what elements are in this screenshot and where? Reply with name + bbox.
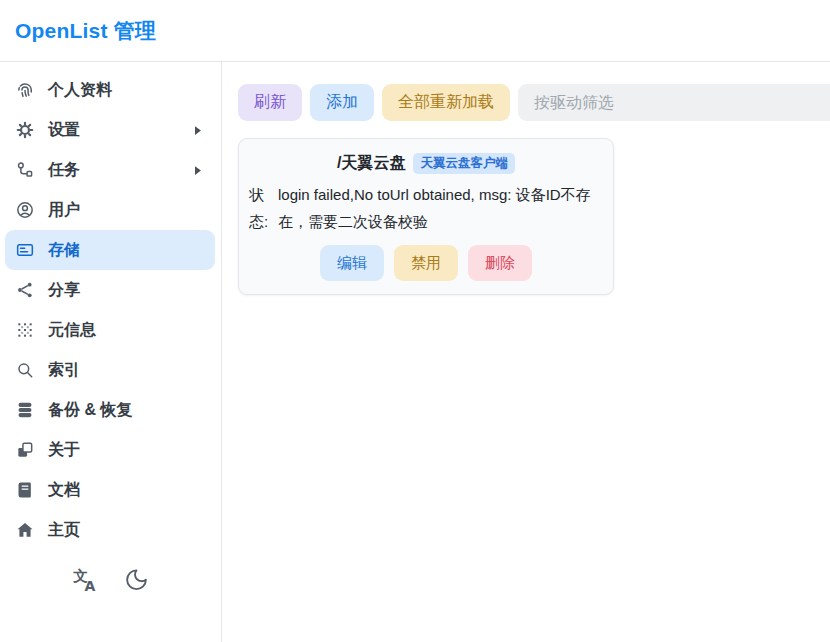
- sidebar-item-label: 备份 & 恢复: [48, 400, 132, 421]
- sidebar-item-label: 主页: [48, 520, 80, 541]
- sidebar-item-profile[interactable]: 个人资料: [5, 70, 215, 110]
- sidebar-item-index[interactable]: 索引: [5, 350, 215, 390]
- docs-book-icon: [15, 480, 35, 500]
- sidebar-item-label: 任务: [48, 160, 80, 181]
- home-icon: [15, 520, 35, 540]
- refresh-button[interactable]: 刷新: [238, 84, 302, 121]
- sidebar-footer: 文 A: [5, 565, 215, 593]
- sidebar-item-label: 分享: [48, 280, 80, 301]
- reload-all-button[interactable]: 全部重新加载: [382, 84, 510, 121]
- translate-icon[interactable]: 文 A: [70, 565, 98, 593]
- sidebar-item-label: 索引: [48, 360, 80, 381]
- status-label: 状态:: [249, 181, 271, 235]
- sidebar-item-home[interactable]: 主页: [5, 510, 215, 550]
- storage-card-header: /天翼云盘 天翼云盘客户端: [248, 153, 604, 174]
- metadata-grid-icon: [15, 320, 35, 340]
- sidebar-item-tasks[interactable]: 任务: [5, 150, 215, 190]
- driver-badge: 天翼云盘客户端: [413, 153, 515, 174]
- storage-toolbar: 刷新 添加 全部重新加载: [238, 84, 830, 121]
- main-content: 刷新 添加 全部重新加载 /天翼云盘 天翼云盘客户端 状态: login fai…: [222, 62, 830, 642]
- app-header: OpenList 管理: [0, 0, 830, 62]
- sidebar-item-label: 设置: [48, 120, 80, 141]
- sidebar-item-users[interactable]: 用户: [5, 190, 215, 230]
- sidebar-item-label: 存储: [48, 240, 80, 261]
- sidebar-item-storage[interactable]: 存储: [5, 230, 215, 270]
- add-button[interactable]: 添加: [310, 84, 374, 121]
- share-icon: [15, 280, 35, 300]
- delete-button[interactable]: 删除: [468, 245, 532, 281]
- sidebar-item-label: 个人资料: [48, 80, 112, 101]
- sidebar-item-label: 文档: [48, 480, 80, 501]
- sidebar-item-metadata[interactable]: 元信息: [5, 310, 215, 350]
- storage-status: 状态: login failed,No toUrl obtained, msg:…: [248, 181, 604, 235]
- search-icon: [15, 360, 35, 380]
- sidebar-item-share[interactable]: 分享: [5, 270, 215, 310]
- chevron-right-icon: [190, 163, 205, 178]
- fingerprint-icon: [15, 80, 35, 100]
- gear-icon: [15, 120, 35, 140]
- about-squares-icon: [15, 440, 35, 460]
- sidebar: 个人资料 设置: [0, 62, 222, 642]
- sidebar-item-backup[interactable]: 备份 & 恢复: [5, 390, 215, 430]
- user-circle-icon: [15, 200, 35, 220]
- sidebar-item-settings[interactable]: 设置: [5, 110, 215, 150]
- tasks-icon: [15, 160, 35, 180]
- svg-text:A: A: [84, 577, 95, 592]
- sidebar-item-docs[interactable]: 文档: [5, 470, 215, 510]
- mount-path: /天翼云盘: [337, 153, 405, 174]
- moon-icon[interactable]: [122, 565, 150, 593]
- sidebar-item-about[interactable]: 关于: [5, 430, 215, 470]
- chevron-right-icon: [190, 123, 205, 138]
- storage-icon: [15, 240, 35, 260]
- sidebar-item-label: 用户: [48, 200, 80, 221]
- sidebar-item-label: 关于: [48, 440, 80, 461]
- driver-filter-input[interactable]: [518, 84, 830, 121]
- database-icon: [15, 400, 35, 420]
- disable-button[interactable]: 禁用: [394, 245, 458, 281]
- edit-button[interactable]: 编辑: [320, 245, 384, 281]
- sidebar-item-label: 元信息: [48, 320, 96, 341]
- storage-card-actions: 编辑 禁用 删除: [248, 245, 604, 281]
- page-title: OpenList 管理: [15, 17, 156, 45]
- status-value: login failed,No toUrl obtained, msg: 设备I…: [278, 181, 603, 235]
- storage-card: /天翼云盘 天翼云盘客户端 状态: login failed,No toUrl …: [238, 138, 614, 295]
